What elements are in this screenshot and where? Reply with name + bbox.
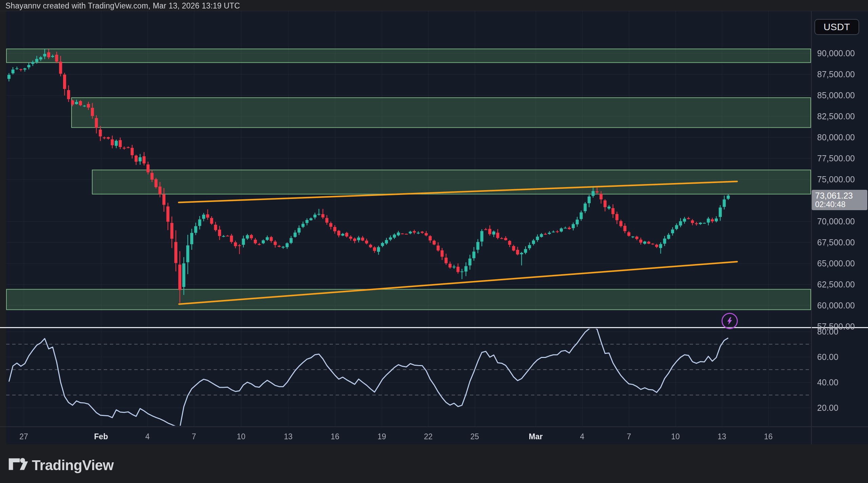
rsi-tick-label: 80.00 <box>817 327 839 336</box>
time-tick-day-label: 16 <box>331 431 339 442</box>
last-price-label: 73,061.23 02:40:48 <box>812 190 867 210</box>
price-tick-label: 82,500.00 <box>817 112 855 121</box>
lightning-bolt-icon <box>725 317 734 325</box>
tradingview-logo-mark <box>8 456 28 475</box>
price-tick-label: 62,500.00 <box>817 280 855 289</box>
time-tick-day-label: 13 <box>717 431 726 442</box>
price-tick-label: 75,000.00 <box>817 175 855 184</box>
time-tick-day-label: 10 <box>237 431 245 442</box>
price-tick-label: 70,000.00 <box>817 217 855 226</box>
bar-countdown: 02:40:48 <box>815 200 867 209</box>
time-tick-day-label: 13 <box>284 431 293 442</box>
time-tick-month-label: Mar <box>529 431 543 442</box>
last-price-value: 73,061.23 <box>815 191 867 200</box>
time-tick-day-label: 10 <box>671 431 680 442</box>
rsi-tick-label: 40.00 <box>817 378 839 387</box>
time-axis[interactable]: 27Feb47101316192225Mar47101316 <box>0 431 811 442</box>
rsi-tick-label: 60.00 <box>817 353 839 361</box>
price-tick-label: 67,500.00 <box>817 238 855 247</box>
tradingview-logo[interactable]: TradingView <box>8 456 114 475</box>
price-tick-label: 80,000.00 <box>817 133 855 142</box>
price-tick-label: 77,500.00 <box>817 154 855 163</box>
price-tick-label: 85,000.00 <box>817 91 855 100</box>
price-chart-canvas[interactable] <box>0 0 868 483</box>
rsi-tick-label: 20.00 <box>817 403 839 412</box>
quote-currency-badge[interactable]: USDT <box>814 19 859 35</box>
price-tick-label: 65,000.00 <box>817 259 855 268</box>
price-tick-label: 60,000.00 <box>817 301 855 310</box>
time-tick-day-label: 7 <box>192 431 196 442</box>
quick-trade-lightning-button[interactable] <box>722 313 738 329</box>
time-tick-day-label: 22 <box>424 431 433 442</box>
price-tick-label: 87,500.00 <box>817 70 855 79</box>
time-tick-day-label: 4 <box>580 431 585 442</box>
tradingview-logo-text: TradingView <box>32 457 114 474</box>
time-tick-day-label: 16 <box>764 431 773 442</box>
time-tick-month-label: Feb <box>94 431 108 442</box>
time-tick-day-label: 4 <box>145 431 150 442</box>
attribution-text: Shayannv created with TradingView.com, M… <box>5 1 240 10</box>
time-tick-day-label: 25 <box>470 431 479 442</box>
time-tick-day-label: 19 <box>377 431 386 442</box>
time-tick-day-label: 7 <box>627 431 631 442</box>
time-tick-day-label: 27 <box>19 431 28 442</box>
price-tick-label: 90,000.00 <box>817 49 855 58</box>
